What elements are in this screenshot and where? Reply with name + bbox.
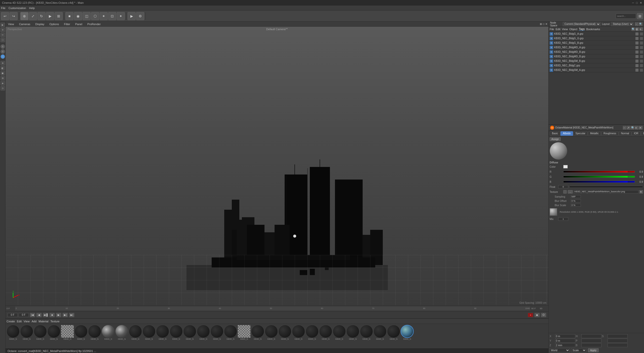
close-btn[interactable]: ✕ <box>640 1 642 5</box>
material-item-8[interactable]: KB3D_N <box>115 325 128 347</box>
scene-vis-6[interactable] <box>635 60 638 63</box>
tab-options[interactable]: Options <box>48 23 60 26</box>
tab-display[interactable]: Display <box>34 23 46 26</box>
rotate-tool[interactable]: ↻ <box>37 12 46 20</box>
material-item-17[interactable]: KB3D_N <box>238 325 251 347</box>
z-coord-input[interactable] <box>555 343 575 347</box>
move-tool[interactable]: ⊕ <box>20 12 28 20</box>
r-slider[interactable] <box>563 171 635 173</box>
snap-tool[interactable]: ⊞ <box>55 12 63 20</box>
mat-tab-metallic[interactable]: Metallic <box>588 131 601 136</box>
scene-lock-3[interactable] <box>640 46 643 49</box>
sy-coord-input[interactable] <box>608 339 628 343</box>
texture-clear-btn[interactable]: ✕ <box>639 190 643 194</box>
material-ball-21[interactable] <box>292 325 305 338</box>
prev-frame-btn[interactable]: ◀ <box>36 313 42 317</box>
redo-btn[interactable]: ↪ <box>10 12 18 20</box>
material-item-12[interactable]: KB3D_N <box>170 325 183 347</box>
tab-view[interactable]: View <box>562 28 568 31</box>
goto-end-btn[interactable]: ▶| <box>69 313 74 317</box>
b-slider[interactable] <box>563 181 635 183</box>
scene-item-5[interactable]: G KB3D_NEC_BldgMD_B.grp <box>549 54 644 59</box>
tool-select[interactable]: ▶ <box>1 23 5 27</box>
material-item-24[interactable]: KB3D_N <box>333 325 346 347</box>
material-ball-2[interactable] <box>34 325 47 338</box>
texture-toggle[interactable] <box>563 190 567 194</box>
scene-lock-4[interactable] <box>640 51 643 54</box>
material-ball-8[interactable] <box>115 325 128 338</box>
blur-offset-input[interactable] <box>571 199 581 202</box>
material-ball-1[interactable] <box>20 325 33 338</box>
material-ball-15[interactable] <box>210 325 223 338</box>
mat-menu-create[interactable]: Create <box>7 320 15 323</box>
mat-menu-edit[interactable]: Edit <box>17 320 22 323</box>
menu-file[interactable]: File <box>1 7 6 10</box>
search-btn[interactable]: 🔍 <box>631 27 635 31</box>
apply-button[interactable]: Apply <box>588 348 599 352</box>
menu-customization[interactable]: Customization <box>9 7 26 10</box>
color-swatch[interactable] <box>563 165 568 168</box>
h-coord-input[interactable] <box>581 334 601 338</box>
material-ball-12[interactable] <box>170 325 183 338</box>
layout-select[interactable]: Startup (User) <box>611 22 633 26</box>
scene-item-1[interactable]: G KB3D_NEC_BldgG_G.grp <box>549 36 644 41</box>
material-ball-11[interactable] <box>156 325 169 338</box>
tool-x2[interactable]: ◧ <box>1 66 5 70</box>
goto-start-btn[interactable]: |◀ <box>30 313 35 317</box>
scene-vis-7[interactable] <box>635 64 638 67</box>
material-item-21[interactable]: KB3D_N <box>292 325 305 347</box>
menu-help[interactable]: Help <box>29 7 35 10</box>
panel-back-btn[interactable]: ← <box>635 22 638 26</box>
material-ball-25[interactable] <box>346 325 359 338</box>
material-ball-23[interactable] <box>319 325 332 338</box>
options-btn[interactable]: ≡ <box>639 27 643 31</box>
material-ball-14[interactable] <box>197 325 210 338</box>
tab-cameras[interactable]: Cameras <box>18 23 32 26</box>
render-settings[interactable]: ⚙ <box>136 12 144 20</box>
tab-tags[interactable]: Tags <box>579 27 585 31</box>
viewport-expand[interactable]: ⊞ <box>540 23 542 25</box>
material-item-1[interactable]: KB3D_N <box>20 325 33 347</box>
material-item-0[interactable]: KB3D_N <box>7 325 20 347</box>
y-coord-input[interactable] <box>555 339 575 343</box>
mat-tab-emission[interactable]: Emission <box>641 131 644 136</box>
octane-btn[interactable]: O <box>541 313 546 317</box>
material-item-22[interactable]: KB3D_N <box>306 325 319 347</box>
p-coord-input[interactable] <box>581 339 601 343</box>
tab-panel[interactable]: Panel <box>74 23 84 26</box>
scene-vis-2[interactable] <box>635 41 638 45</box>
mat-menu-material[interactable]: Material <box>39 320 48 323</box>
g-slider[interactable] <box>563 176 635 178</box>
scene-lock-0[interactable] <box>640 32 643 35</box>
material-item-14[interactable]: KB3D_N <box>197 325 210 347</box>
node-space-select[interactable]: Current (Standard/Physical) <box>563 22 600 26</box>
viewport-close[interactable]: ✕ <box>545 23 547 25</box>
scene-lock-2[interactable] <box>640 41 643 45</box>
next-frame-btn[interactable]: ▶| <box>62 313 68 317</box>
material-item-26[interactable]: KB3D_N <box>360 325 373 347</box>
tab-bookmarks[interactable]: Bookmarks <box>586 28 600 31</box>
material-item-25[interactable]: KB3D_N <box>346 325 359 347</box>
scene-item-2[interactable]: G KB3D_NEC_BldgG_B.grp <box>549 41 644 45</box>
material-item-28[interactable]: KB3D_N <box>387 325 400 347</box>
scene-item-3[interactable]: G KB3D_NEC_BldgMD_A.grp <box>549 45 644 50</box>
scene-lock-7[interactable] <box>640 64 643 67</box>
select-tool[interactable]: ▶ <box>46 12 54 20</box>
tool-x3[interactable]: ▣ <box>1 71 5 75</box>
minimize-btn[interactable]: ─ <box>632 1 634 5</box>
mat-menu-add[interactable]: Add <box>32 320 37 323</box>
tool-move[interactable]: ✛ <box>1 28 5 32</box>
mix-input[interactable] <box>558 217 568 221</box>
viewport-max[interactable]: □ <box>543 23 544 25</box>
material-item-19[interactable]: KB3D_N <box>265 325 278 347</box>
material-ball-17[interactable] <box>238 325 251 338</box>
assign-button[interactable]: Assign <box>550 137 561 141</box>
material-item-20[interactable]: KB3D_N <box>278 325 291 347</box>
scene-vis-0[interactable] <box>635 32 638 35</box>
current-frame-input2[interactable] <box>19 313 29 317</box>
material-ball-18[interactable] <box>251 325 264 338</box>
tool-s1[interactable]: S <box>1 44 5 49</box>
material-ball-13[interactable] <box>183 325 196 338</box>
panel-search-btn[interactable]: 🔍 <box>639 22 642 26</box>
b-coord-input[interactable] <box>581 343 601 347</box>
